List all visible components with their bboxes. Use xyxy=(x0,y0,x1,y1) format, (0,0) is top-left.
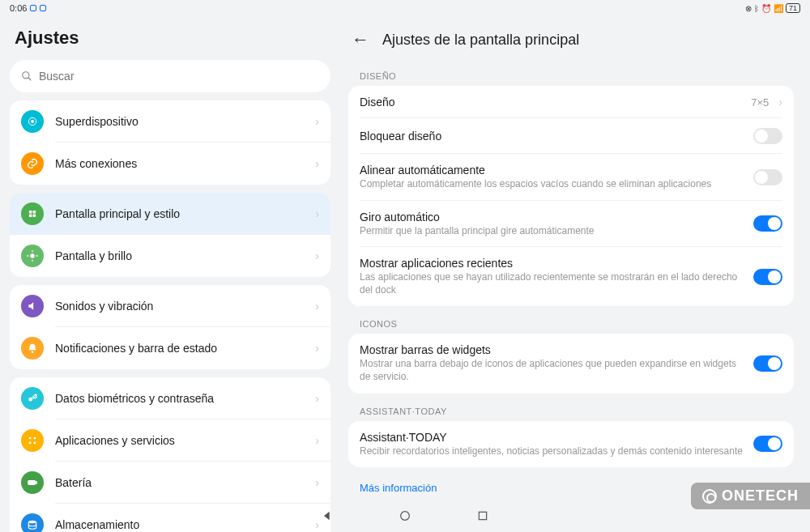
key-icon xyxy=(21,387,44,410)
row-title: Assistant·TODAY xyxy=(360,431,744,444)
detail-panel: ← Ajustes de la pantalla principal DISEÑ… xyxy=(340,16,810,532)
sidebar-item-label: Aplicaciones y servicios xyxy=(55,434,304,447)
row-text: Mostrar aplicaciones recientesLas aplica… xyxy=(360,257,744,296)
chevron-right-icon: › xyxy=(315,249,319,262)
alarm-icon: ⏰ xyxy=(761,4,771,13)
section-header: DISEÑO xyxy=(348,65,794,86)
status-time: 0:06 xyxy=(10,3,27,13)
toggle-switch[interactable] xyxy=(753,269,782,285)
chevron-right-icon: › xyxy=(778,96,782,109)
battery-indicator: 71 xyxy=(786,3,800,13)
settings-row: Assistant·TODAYRecibir recordatorios int… xyxy=(348,421,794,468)
svg-rect-23 xyxy=(479,512,486,519)
settings-row[interactable]: Diseño7×5› xyxy=(348,86,794,118)
svg-rect-4 xyxy=(29,211,32,214)
svg-rect-6 xyxy=(29,215,32,218)
row-subtitle: Recibir recordatorios inteligentes, noti… xyxy=(360,445,744,458)
chevron-right-icon: › xyxy=(315,342,319,355)
sidebar-item-sonidos-y-vibraci-n[interactable]: Sonidos y vibración› xyxy=(10,285,330,327)
sidebar-item-bater-a[interactable]: Batería› xyxy=(10,462,330,504)
row-subtitle: Permitir que la pantalla principal gire … xyxy=(360,225,744,238)
section-header: ICONOS xyxy=(348,313,794,334)
settings-row: Mostrar barras de widgetsMostrar una bar… xyxy=(348,334,794,393)
svg-point-13 xyxy=(32,351,33,353)
toggle-switch[interactable] xyxy=(753,436,782,452)
watermark-icon xyxy=(702,489,717,504)
sidebar-item-label: Datos biométricos y contraseña xyxy=(55,392,304,405)
row-text: Diseño xyxy=(360,96,741,109)
nav-back-button[interactable] xyxy=(321,509,334,526)
sidebar-item-label: Sonidos y vibración xyxy=(55,300,304,313)
battery-icon xyxy=(21,471,44,494)
notif-icon xyxy=(21,337,44,360)
chevron-right-icon: › xyxy=(315,157,319,170)
row-title: Alinear automáticamente xyxy=(360,164,744,177)
svg-point-15 xyxy=(29,437,32,440)
settings-panel: Mostrar barras de widgetsMostrar una bar… xyxy=(348,334,794,393)
row-subtitle: Las aplicaciones que se hayan utilizado … xyxy=(360,271,744,296)
detail-header: ← Ajustes de la pantalla principal xyxy=(348,21,794,65)
sidebar-item-label: Pantalla principal y estilo xyxy=(55,207,304,220)
row-value: 7×5 xyxy=(751,96,769,109)
row-text: Alinear automáticamenteCompletar automát… xyxy=(360,164,744,191)
nav-bar xyxy=(0,503,810,532)
settings-sidebar: Ajustes Superdispositivo›Más conexiones›… xyxy=(0,16,340,532)
status-right: ⊗ ᛒ ⏰ 📶 71 xyxy=(745,3,800,13)
row-text: Mostrar barras de widgetsMostrar una bar… xyxy=(360,343,744,383)
sidebar-item-label: Batería xyxy=(55,476,304,489)
chevron-right-icon: › xyxy=(315,476,319,489)
search-box[interactable] xyxy=(10,60,330,92)
section-header: ASSISTANT·TODAY xyxy=(348,400,794,421)
settings-row: Alinear automáticamenteCompletar automát… xyxy=(348,154,794,201)
sidebar-item-datos-biom-tricos-y-contrase-a[interactable]: Datos biométricos y contraseña› xyxy=(10,377,330,419)
toggle-switch[interactable] xyxy=(753,355,782,372)
svg-point-8 xyxy=(30,253,34,257)
sidebar-item-label: Pantalla y brillo xyxy=(55,249,304,262)
status-left: 0:06 xyxy=(10,3,46,13)
sidebar-item-label: Más conexiones xyxy=(55,157,304,170)
toggle-switch[interactable] xyxy=(753,215,782,232)
sidebar-item-aplicaciones-y-servicios[interactable]: Aplicaciones y servicios› xyxy=(10,419,330,462)
svg-point-22 xyxy=(401,512,410,521)
nav-recent-button[interactable] xyxy=(476,509,489,526)
settings-row: Bloquear diseño xyxy=(348,118,794,154)
svg-point-2 xyxy=(31,120,34,123)
sidebar-item-notificaciones-y-barra-de-estado[interactable]: Notificaciones y barra de estado› xyxy=(10,327,330,369)
search-icon xyxy=(21,70,32,82)
settings-panel: Assistant·TODAYRecibir recordatorios int… xyxy=(348,421,794,468)
search-input[interactable] xyxy=(39,70,319,83)
chevron-right-icon: › xyxy=(315,434,319,447)
row-subtitle: Completar automáticamente los espacios v… xyxy=(360,178,744,191)
row-title: Mostrar aplicaciones recientes xyxy=(360,257,744,270)
chevron-right-icon: › xyxy=(315,207,319,220)
svg-point-14 xyxy=(28,398,32,402)
home-icon xyxy=(21,202,44,225)
svg-rect-19 xyxy=(28,481,36,485)
svg-rect-20 xyxy=(36,482,36,483)
nav-home-button[interactable] xyxy=(399,509,411,526)
sidebar-item-superdispositivo[interactable]: Superdispositivo› xyxy=(10,100,330,143)
watermark: ONETECH xyxy=(691,483,810,509)
row-title: Mostrar barras de widgets xyxy=(360,343,744,356)
brightness-icon xyxy=(21,245,44,267)
sidebar-title: Ajustes xyxy=(10,23,330,60)
link-icon xyxy=(21,152,44,175)
sidebar-item-pantalla-y-brillo[interactable]: Pantalla y brillo› xyxy=(10,235,330,277)
sidebar-item-m-s-conexiones[interactable]: Más conexiones› xyxy=(10,143,330,185)
svg-point-0 xyxy=(23,72,29,79)
detail-title: Ajustes de la pantalla principal xyxy=(382,32,579,49)
svg-rect-5 xyxy=(33,211,36,214)
settings-row: Giro automáticoPermitir que la pantalla … xyxy=(348,201,794,248)
chevron-right-icon: › xyxy=(315,392,319,405)
row-text: Bloquear diseño xyxy=(360,130,744,143)
sidebar-item-label: Superdispositivo xyxy=(55,115,304,128)
svg-point-16 xyxy=(33,437,36,440)
vibrate-icon: ⊗ xyxy=(745,4,752,13)
toggle-switch[interactable] xyxy=(753,169,782,185)
bluetooth-icon: ᛒ xyxy=(754,4,759,13)
toggle-switch[interactable] xyxy=(753,128,782,144)
row-title: Diseño xyxy=(360,96,741,109)
sidebar-item-pantalla-principal-y-estilo[interactable]: Pantalla principal y estilo› xyxy=(10,193,330,235)
settings-row: Mostrar aplicaciones recientesLas aplica… xyxy=(348,247,794,306)
back-button[interactable]: ← xyxy=(352,29,369,50)
